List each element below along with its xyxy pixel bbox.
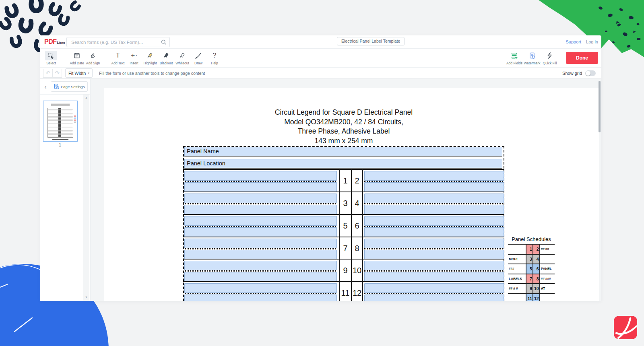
search-box [66,37,170,47]
calendar-icon [71,51,83,60]
quick-fill-button[interactable]: Quick Fill [541,51,559,65]
done-button[interactable]: Done [566,52,598,64]
page-settings-label: Page Settings [61,84,85,89]
add-fields-icon [508,51,520,60]
panel-name-field[interactable]: Panel Name [184,147,502,157]
circuit-number: 2 [351,170,363,192]
circuit-row-group: 56 [183,214,504,237]
logo-liner-text: Liner [57,41,66,45]
scroll-down-icon[interactable]: ▼ [83,296,89,299]
schedule-row: ## # # 9 10 AT [508,283,555,293]
logo-pdf-text: PDF [44,38,57,45]
scroll-up-icon[interactable]: ▲ [83,96,89,99]
insert-button[interactable]: + ▾ Insert [126,51,142,65]
circuit-field[interactable] [184,182,337,192]
circuit-field[interactable] [364,250,504,260]
undo-button[interactable]: ↶ [43,69,53,78]
help-icon: ? [208,51,221,60]
help-button[interactable]: ? Help [206,51,223,65]
redo-button[interactable]: ↷ [52,69,62,78]
help-label: Help [211,61,218,65]
page-settings-icon [54,84,59,89]
whiteout-marker-icon [176,51,188,60]
circuit-number: 7 [339,237,351,260]
page-thumbnail[interactable] [43,101,78,142]
insert-plus-icon: + ▾ [128,51,140,60]
draw-button[interactable]: Draw [190,51,206,65]
toolbar-right-group: Add Fields Watermark Quick Fi [506,51,598,65]
schedule-row: ### 5 6 PANEL [508,264,555,274]
circuit-field[interactable] [184,227,337,237]
circuit-field[interactable] [184,205,337,214]
main-toolbar: Select Add Date Add Sign [40,49,601,68]
insert-label: Insert [130,61,138,65]
circuit-field[interactable] [364,227,504,237]
circuit-field[interactable] [364,194,504,203]
circuit-field[interactable] [184,261,337,270]
select-icon [45,51,57,60]
circuit-field[interactable] [364,295,504,301]
circuit-field[interactable] [184,194,337,203]
quick-fill-label: Quick Fill [543,61,557,65]
circuit-number: 9 [339,260,351,282]
circuit-field[interactable] [184,239,337,248]
text-icon: T [112,51,124,60]
whiteout-label: Whiteout [175,61,189,65]
blackout-button[interactable]: Blackout [158,51,174,65]
zoom-mode-value: Fit Width [68,71,86,76]
schedule-row: 11 12 [508,293,555,301]
page-settings-button[interactable]: Page Settings [51,81,88,92]
watermark-label: Watermark [524,61,540,65]
add-sign-button[interactable]: Add Sign [85,51,101,65]
circuit-field[interactable] [364,216,504,226]
search-icon[interactable] [161,39,167,45]
circuit-field[interactable] [184,250,337,260]
pdfliner-logo[interactable]: PDF Liner [44,38,65,45]
search-input[interactable] [70,39,161,45]
highlight-button[interactable]: Highlight [142,51,158,65]
chevron-down-icon: ▾ [88,72,89,75]
add-text-button[interactable]: T Add Text [110,51,126,65]
whiteout-button[interactable]: Whiteout [174,51,190,65]
circuit-number: 1 [339,170,351,192]
zoom-mode-dropdown[interactable]: Fit Width ▾ [65,68,93,78]
circuit-number: 8 [351,237,363,260]
circuit-field[interactable] [364,171,504,181]
circuit-field[interactable] [364,261,504,270]
circuit-number: 3 [339,192,351,215]
show-grid-toggle[interactable] [585,70,596,76]
support-link[interactable]: Support [566,39,581,44]
panel-location-field[interactable]: Panel Location [184,159,502,169]
circuit-field[interactable] [364,272,504,282]
watermark-button[interactable]: Watermark [523,51,541,65]
select-button[interactable]: Select [43,51,59,65]
doc-title-line: Three Phase, Adhesive Label [183,127,504,136]
circuit-field[interactable] [364,182,504,192]
canvas-scrollbar-thumb[interactable] [599,81,601,132]
circuit-number: 4 [351,192,363,215]
add-sign-label: Add Sign [86,61,100,65]
highlight-label: Highlight [143,61,157,65]
add-date-button[interactable]: Add Date [69,51,85,65]
doc-title-line: Circuit Legend for Square D Electrical P… [183,108,504,117]
circuit-field[interactable] [184,216,337,226]
login-link[interactable]: Log in [586,39,598,44]
circuit-number: 5 [339,215,351,237]
signature-icon [87,51,99,60]
circuit-field[interactable] [184,171,337,181]
circuit-field[interactable] [364,239,504,248]
circuit-field[interactable] [184,283,337,293]
circuit-field[interactable] [184,272,337,282]
circuit-field[interactable] [184,295,337,301]
collapse-sidebar-icon[interactable]: ‹ [40,83,51,90]
sidebar-scrollbar[interactable]: ▲ ▼ [83,95,89,301]
circuit-row-group: 12 [183,169,504,192]
draw-label: Draw [194,61,202,65]
pdf-brand-icon [614,316,637,339]
show-grid-label: Show grid [562,71,582,76]
document-title-chip[interactable]: Electrical Panel Label Template [337,37,405,45]
circuit-field[interactable] [364,205,504,214]
watermark-icon [526,51,538,60]
add-fields-button[interactable]: Add Fields [506,51,523,65]
circuit-field[interactable] [364,283,504,293]
